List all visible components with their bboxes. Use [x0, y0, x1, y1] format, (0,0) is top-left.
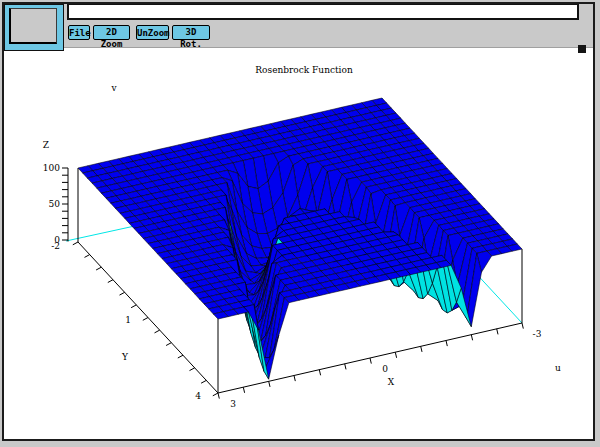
x-axis-label: X: [388, 377, 395, 387]
message-field[interactable]: [67, 3, 579, 20]
file-button[interactable]: File: [68, 25, 90, 40]
z-tick-label: -2: [51, 241, 60, 251]
y-axis-tick: [166, 343, 171, 346]
y-tick-label: 4: [195, 391, 201, 401]
y-tick-label: 1: [125, 315, 131, 325]
x-axis-tick: [522, 323, 523, 329]
x-axis-tick: [294, 376, 295, 382]
v-param-label: v: [110, 83, 117, 93]
x-axis-tick: [446, 341, 447, 347]
y-axis-tick: [85, 255, 90, 258]
y-axis-tick: [155, 330, 160, 333]
x-axis-tick: [370, 358, 371, 364]
x-tick-label: 0: [382, 364, 388, 374]
corner-panel-inset: [9, 8, 57, 44]
x-tick-label: 3: [230, 399, 236, 409]
y-axis-tick: [201, 380, 206, 383]
y-axis-tick: [96, 267, 101, 270]
x-tick-label: -3: [533, 329, 542, 339]
zoom-2d-button[interactable]: 2D Zoom: [93, 25, 130, 40]
y-axis-tick: [131, 305, 136, 308]
y-axis-tick: [143, 318, 148, 321]
x-axis-tick: [218, 393, 219, 399]
plot-canvas: 1430-3100500-2XYZuvRosenbrock Function: [0, 0, 600, 447]
corner-panel: [4, 4, 64, 51]
z-tick-label: 100: [43, 163, 60, 173]
x-axis-tick: [497, 329, 498, 335]
x-axis-tick: [395, 352, 396, 358]
y-axis-tick: [73, 242, 78, 245]
z-tick-label: 50: [49, 199, 61, 209]
x-axis-tick: [345, 364, 346, 370]
x-axis-tick: [471, 335, 472, 341]
y-axis-label: Y: [121, 352, 129, 362]
unzoom-button[interactable]: UnZoom: [136, 25, 169, 40]
y-axis-tick: [178, 355, 183, 358]
graphics-window: { "window": { "message_field_value": "",…: [0, 0, 600, 447]
resize-grip[interactable]: [578, 45, 586, 53]
x-axis-tick: [269, 381, 270, 387]
x-axis-tick: [243, 387, 244, 393]
surface-mesh: [78, 98, 522, 379]
z-axis-label: Z: [43, 140, 49, 150]
y-axis-tick: [190, 368, 195, 371]
u-param-label: u: [555, 363, 561, 373]
y-axis-tick: [213, 393, 218, 396]
y-axis-tick: [108, 280, 113, 283]
x-axis-tick: [319, 370, 320, 376]
x-axis-tick: [421, 346, 422, 352]
plot-title: Rosenbrock Function: [255, 65, 353, 75]
y-axis-tick: [120, 292, 125, 295]
rot-3d-button[interactable]: 3D Rot.: [172, 25, 210, 40]
